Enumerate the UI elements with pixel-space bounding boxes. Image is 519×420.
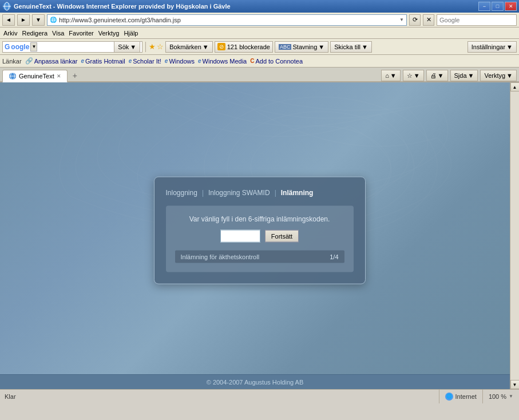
feed-button[interactable]: ☆ ▼ (403, 70, 424, 81)
menu-redigera[interactable]: Redigera (22, 30, 47, 37)
print-button[interactable]: 🖨 ▼ (426, 70, 448, 81)
refresh-button[interactable]: ⟳ (409, 14, 421, 26)
code-input[interactable] (220, 230, 260, 243)
scroll-track[interactable] (510, 92, 520, 380)
send-arrow: ▼ (362, 43, 368, 50)
dialog-status-text: Inlämning för äkthetskontroll (181, 253, 260, 260)
spell-button[interactable]: ABC Stavning ▼ (275, 41, 328, 53)
page-dropdown: ▼ (468, 72, 474, 79)
dialog-body: Var vänlig fyll i den 6-siffriga inlämni… (166, 206, 354, 272)
stop-button[interactable]: ✕ (423, 14, 434, 26)
dialog-sep-2: | (275, 189, 276, 197)
spell-icon: ABC (279, 44, 292, 50)
dialog-status-bar: Inlämning för äkthetskontroll 1/4 (175, 251, 344, 263)
zoom-label: 100 % (489, 393, 506, 400)
continue-button[interactable]: Fortsätt (265, 230, 299, 243)
link-scholar[interactable]: e Scholar It! (129, 58, 161, 65)
links-bar: Länkar 🔗 Anpassa länkar e Gratis Hotmail… (0, 55, 519, 68)
zone-label: Internet (455, 393, 477, 400)
status-bar: Klar 🌐 Internet 100 % ▼ (0, 389, 519, 403)
webpage-content: Inloggning | Inloggning SWAMID | Inlämni… (0, 82, 519, 389)
page-button[interactable]: Sjda ▼ (450, 70, 478, 81)
separator-1 (145, 42, 146, 52)
zoom-segment: 100 % ▼ (482, 390, 519, 403)
bookmarks-label: Bokmärken (169, 43, 201, 50)
page-icon: 🌐 (50, 17, 57, 23)
link-windows-media[interactable]: e Windows Media (198, 58, 247, 65)
refresh-icon: ⟳ (413, 16, 418, 23)
google-dropdown-icon[interactable]: ▼ (30, 42, 37, 51)
blocked-button[interactable]: ⊘ 121 blockerade (215, 41, 273, 53)
tab-genuinetext[interactable]: GenuineText ✕ (2, 70, 68, 82)
dialog-status-count: 1/4 (330, 253, 338, 260)
menu-favoriter[interactable]: Favoriter (69, 30, 93, 37)
nav-dropdown-button[interactable]: ▼ (32, 14, 45, 26)
send-button[interactable]: Skicka till ▼ (330, 41, 372, 53)
send-label: Skicka till (334, 43, 360, 50)
page-footer: © 2004-2007 Augustus Holding AB (0, 374, 510, 389)
link-windows-icon: e (165, 58, 168, 64)
dialog-tab-inlamning[interactable]: Inlämning (281, 189, 314, 197)
link-windows-media-icon: e (198, 58, 201, 64)
title-bar: GenuineText - Windows Internet Explorer … (0, 0, 519, 13)
tab-close-button[interactable]: ✕ (57, 73, 61, 79)
back-icon: ◄ (6, 17, 11, 23)
bookmarks-arrow: ▼ (203, 43, 209, 50)
forward-button[interactable]: ► (17, 14, 30, 26)
address-bar: 🌐 ▼ (47, 14, 407, 26)
google-search-button[interactable]: Sök ▼ (114, 41, 140, 53)
close-button[interactable]: ✕ (505, 2, 517, 11)
scroll-up-button[interactable]: ▲ (510, 82, 520, 92)
tab-bar: GenuineText ✕ + ⌂ ▼ ☆ ▼ 🖨 ▼ Sjda ▼ Verkt… (0, 68, 519, 82)
bookmarks-button[interactable]: Bokmärken ▼ (165, 41, 213, 53)
google-search-input[interactable] (38, 43, 113, 50)
settings-button[interactable]: Inställningar ▼ (468, 41, 517, 53)
menu-visa[interactable]: Visa (52, 30, 64, 37)
search-input[interactable] (437, 17, 519, 23)
home-button[interactable]: ⌂ ▼ (381, 70, 401, 81)
settings-label: Inställningar (472, 43, 505, 50)
zone-segment: 🌐 Internet (439, 390, 482, 403)
home-icon: ⌂ (385, 72, 389, 79)
back-button[interactable]: ◄ (2, 14, 15, 26)
google-toolbar: G oogle ▼ Sök ▼ (2, 41, 142, 53)
tab-bar-right: ⌂ ▼ ☆ ▼ 🖨 ▼ Sjda ▼ Verktyg ▼ (381, 70, 517, 81)
link-windows[interactable]: e Windows (165, 58, 195, 65)
google-logo-g: G (5, 43, 10, 51)
menu-bar: Arkiv Redigera Visa Favoriter Verktyg Hj… (0, 27, 519, 39)
print-icon: 🖨 (430, 72, 437, 79)
status-text: Klar (0, 393, 439, 400)
menu-arkiv[interactable]: Arkiv (3, 30, 17, 37)
feed-icon: ☆ (407, 72, 413, 80)
link-hotmail-icon: e (81, 58, 84, 64)
link-anpassa[interactable]: 🔗 Anpassa länkar (25, 57, 78, 65)
minimize-button[interactable]: − (478, 2, 490, 11)
stars-area: ★ ☆ (149, 42, 164, 51)
address-input[interactable] (59, 17, 399, 23)
menu-verktyg[interactable]: Verktyg (98, 30, 120, 37)
link-hotmail[interactable]: e Gratis Hotmail (81, 58, 125, 65)
menu-hjalp[interactable]: Hjälp (124, 30, 138, 37)
address-dropdown-icon[interactable]: ▼ (399, 17, 404, 22)
dialog-tab-inloggning[interactable]: Inloggning (166, 189, 197, 197)
login-dialog: Inloggning | Inloggning SWAMID | Inlämni… (154, 177, 366, 284)
search-label: Sök (118, 43, 129, 50)
link-connotea-icon: C (250, 58, 254, 64)
scroll-down-button[interactable]: ▼ (510, 380, 520, 389)
dialog-tab-bar: Inloggning | Inloggning SWAMID | Inlämni… (166, 189, 354, 197)
link-connotea[interactable]: C Add to Connotea (250, 58, 303, 65)
spell-arrow: ▼ (318, 43, 324, 50)
maximize-button[interactable]: □ (492, 2, 504, 11)
dialog-instruction: Var vänlig fyll i den 6-siffriga inlämni… (175, 215, 344, 223)
link-anpassa-icon: 🔗 (25, 57, 33, 65)
content-area: Inloggning | Inloggning SWAMID | Inlämni… (0, 82, 519, 389)
tools-button[interactable]: Verktyg ▼ (480, 70, 517, 81)
scrollbar[interactable]: ▲ ▼ (510, 82, 519, 389)
stop-icon: ✕ (426, 16, 431, 23)
tools-dropdown: ▼ (506, 72, 513, 79)
zoom-dropdown[interactable]: ▼ (509, 394, 513, 399)
dialog-tab-swamid[interactable]: Inloggning SWAMID (208, 189, 270, 197)
page-label: Sjda (454, 72, 467, 79)
new-tab-button[interactable]: + (69, 70, 81, 81)
app-icon (2, 2, 11, 11)
